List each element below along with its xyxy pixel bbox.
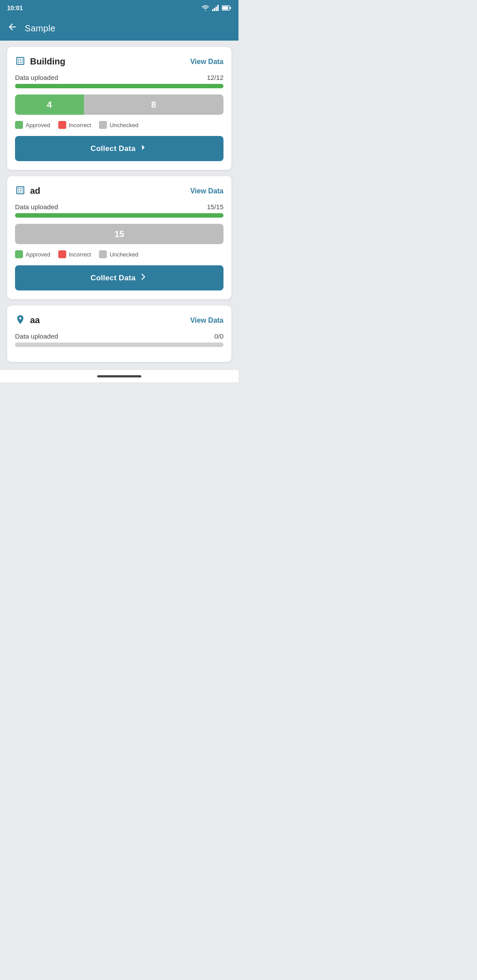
ad-collect-label: Collect Data (91, 274, 136, 283)
building-title: Building (30, 57, 65, 67)
svg-rect-5 (230, 7, 231, 9)
aa-title: aa (30, 315, 40, 325)
unchecked-dot (99, 121, 107, 129)
building-legend: Approved Incorrect Unchecked (15, 121, 223, 129)
page-title: Sample (25, 23, 56, 34)
wifi-icon (201, 5, 209, 11)
ad-card: ad View Data Data uploaded 15/15 15 Appr… (7, 176, 231, 299)
status-icons (201, 5, 231, 11)
aa-card: aa View Data Data uploaded 0/0 (7, 305, 231, 362)
status-bar: 10:01 (0, 0, 238, 16)
svg-rect-2 (216, 7, 217, 11)
building-title-group: Building (15, 56, 65, 68)
ad-title: ad (30, 186, 40, 196)
building-progress-bg (15, 84, 223, 88)
building-data-row: Data uploaded 12/12 (15, 74, 223, 81)
aa-data-row: Data uploaded 0/0 (15, 332, 223, 340)
building-approved-count: 4 (15, 94, 84, 115)
aa-view-data[interactable]: View Data (190, 317, 223, 324)
aa-icon (15, 314, 26, 326)
status-time: 10:01 (7, 4, 23, 11)
building-legend-incorrect: Incorrect (58, 121, 91, 129)
bottom-bar (0, 370, 238, 382)
svg-rect-1 (214, 8, 215, 11)
ad-data-value: 15/15 (207, 203, 223, 211)
signal-icon (212, 5, 219, 11)
svg-rect-6 (223, 7, 228, 10)
incorrect-label: Incorrect (69, 122, 91, 128)
aa-data-value: 0/0 (214, 332, 223, 340)
ad-progress-fill (15, 213, 223, 218)
ad-approved-dot (15, 250, 23, 258)
svg-rect-0 (212, 9, 213, 11)
ad-unchecked-dot (99, 250, 107, 258)
svg-rect-3 (217, 5, 219, 11)
building-legend-unchecked: Unchecked (99, 121, 138, 129)
incorrect-dot (58, 121, 66, 129)
building-collect-button[interactable]: Collect Data (15, 136, 223, 161)
app-bar: Sample (0, 16, 238, 41)
ad-incorrect-dot (58, 250, 66, 258)
battery-icon (222, 5, 231, 11)
ad-collect-arrow (139, 272, 148, 283)
ad-collect-button[interactable]: Collect Data (15, 265, 223, 290)
bottom-indicator (97, 375, 141, 377)
ad-data-label: Data uploaded (15, 203, 58, 211)
ad-card-header: ad View Data (15, 185, 223, 197)
ad-icon (15, 185, 26, 197)
ad-full-bar: 15 (15, 224, 223, 244)
back-button[interactable] (7, 22, 18, 35)
building-data-value: 12/12 (207, 74, 223, 81)
aa-progress-bg (15, 343, 223, 347)
building-progress-fill (15, 84, 223, 88)
building-unchecked-count: 8 (84, 94, 223, 115)
building-card: Building View Data Data uploaded 12/12 4… (7, 47, 231, 170)
ad-legend-incorrect: Incorrect (58, 250, 91, 258)
ad-data-row: Data uploaded 15/15 (15, 203, 223, 211)
ad-total-count: 15 (15, 224, 223, 244)
ad-view-data[interactable]: View Data (190, 187, 223, 195)
building-card-header: Building View Data (15, 56, 223, 68)
unchecked-label: Unchecked (110, 122, 138, 128)
content-area: Building View Data Data uploaded 12/12 4… (0, 41, 238, 368)
aa-data-label: Data uploaded (15, 332, 58, 340)
building-data-label: Data uploaded (15, 74, 58, 81)
approved-dot (15, 121, 23, 129)
ad-incorrect-label: Incorrect (69, 251, 91, 258)
ad-approved-label: Approved (26, 251, 50, 258)
approved-label: Approved (26, 122, 50, 128)
aa-title-group: aa (15, 314, 40, 326)
aa-card-header: aa View Data (15, 314, 223, 326)
building-legend-approved: Approved (15, 121, 50, 129)
building-collect-arrow (139, 143, 148, 154)
ad-legend-unchecked: Unchecked (99, 250, 138, 258)
building-split-bar: 4 8 (15, 94, 223, 115)
ad-unchecked-label: Unchecked (110, 251, 138, 258)
ad-title-group: ad (15, 185, 40, 197)
ad-progress-bg (15, 213, 223, 218)
building-collect-label: Collect Data (91, 144, 136, 153)
ad-legend: Approved Incorrect Unchecked (15, 250, 223, 258)
building-view-data[interactable]: View Data (190, 58, 223, 66)
ad-legend-approved: Approved (15, 250, 50, 258)
building-icon (15, 56, 26, 68)
